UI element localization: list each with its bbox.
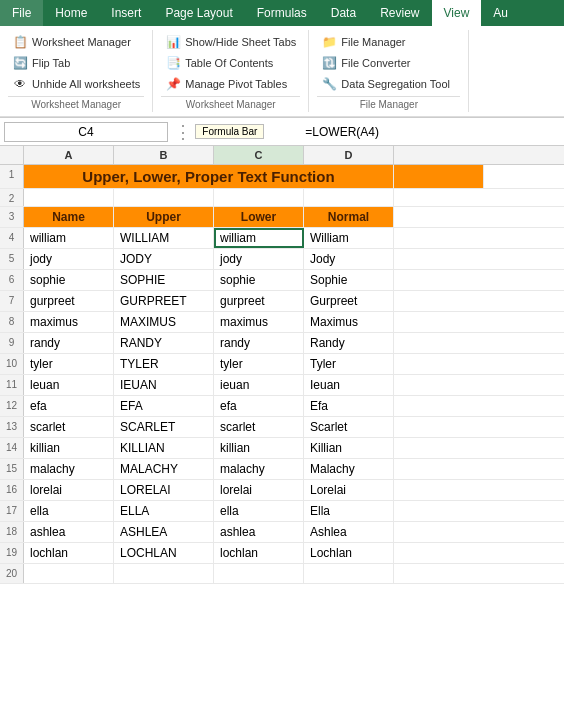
cell-8c[interactable]: maximus xyxy=(214,312,304,332)
cell-14d[interactable]: Killian xyxy=(304,438,394,458)
cell-18c[interactable]: ashlea xyxy=(214,522,304,542)
tab-file[interactable]: File xyxy=(0,0,43,26)
cell-4a[interactable]: william xyxy=(24,228,114,248)
unhide-all-button[interactable]: 👁 Unhide All worksheets xyxy=(8,74,144,94)
cell-10d[interactable]: Tyler xyxy=(304,354,394,374)
cell-8b[interactable]: MAXIMUS xyxy=(114,312,214,332)
file-manager-button[interactable]: 📁 File Manager xyxy=(317,32,460,52)
cell-19b[interactable]: LOCHLAN xyxy=(114,543,214,563)
cell-20c[interactable] xyxy=(214,564,304,583)
cell-5c[interactable]: jody xyxy=(214,249,304,269)
cell-13c[interactable]: scarlet xyxy=(214,417,304,437)
cell-2d[interactable] xyxy=(304,189,394,206)
tab-review[interactable]: Review xyxy=(368,0,431,26)
cell-4c[interactable]: william xyxy=(214,228,304,248)
cell-5b[interactable]: JODY xyxy=(114,249,214,269)
cell-19d[interactable]: Lochlan xyxy=(304,543,394,563)
cell-13a[interactable]: scarlet xyxy=(24,417,114,437)
row-6: 6sophieSOPHIEsophieSophie xyxy=(0,270,564,291)
tab-home[interactable]: Home xyxy=(43,0,99,26)
col-header-lower[interactable]: Lower xyxy=(214,207,304,227)
tab-formulas[interactable]: Formulas xyxy=(245,0,319,26)
cell-13b[interactable]: SCARLET xyxy=(114,417,214,437)
cell-11a[interactable]: leuan xyxy=(24,375,114,395)
cell-17b[interactable]: ELLA xyxy=(114,501,214,521)
cell-12a[interactable]: efa xyxy=(24,396,114,416)
cell-8a[interactable]: maximus xyxy=(24,312,114,332)
cell-11b[interactable]: IEUAN xyxy=(114,375,214,395)
cell-16a[interactable]: lorelai xyxy=(24,480,114,500)
cell-18d[interactable]: Ashlea xyxy=(304,522,394,542)
cell-18a[interactable]: ashlea xyxy=(24,522,114,542)
cell-reference-input[interactable] xyxy=(4,122,168,142)
cell-20a[interactable] xyxy=(24,564,114,583)
cell-7c[interactable]: gurpreet xyxy=(214,291,304,311)
cell-19c[interactable]: lochlan xyxy=(214,543,304,563)
cell-2c[interactable] xyxy=(214,189,304,206)
data-segregation-tool-button[interactable]: 🔧 Data Segregation Tool xyxy=(317,74,460,94)
row-14: 14killianKILLIANkillianKillian xyxy=(0,438,564,459)
cell-12d[interactable]: Efa xyxy=(304,396,394,416)
cell-16c[interactable]: lorelai xyxy=(214,480,304,500)
tab-view[interactable]: View xyxy=(432,0,482,26)
table-of-contents-button[interactable]: 📑 Table Of Contents xyxy=(161,53,300,73)
cell-14b[interactable]: KILLIAN xyxy=(114,438,214,458)
cell-2b[interactable] xyxy=(114,189,214,206)
cell-15a[interactable]: malachy xyxy=(24,459,114,479)
cell-8d[interactable]: Maximus xyxy=(304,312,394,332)
cell-15d[interactable]: Malachy xyxy=(304,459,394,479)
cell-18b[interactable]: ASHLEA xyxy=(114,522,214,542)
cell-9a[interactable]: randy xyxy=(24,333,114,353)
title-cell[interactable]: Upper, Lower, Proper Text Function xyxy=(24,165,394,188)
cell-20d[interactable] xyxy=(304,564,394,583)
file-converter-button[interactable]: 🔃 File Converter xyxy=(317,53,460,73)
cell-6c[interactable]: sophie xyxy=(214,270,304,290)
cell-20b[interactable] xyxy=(114,564,214,583)
cell-13d[interactable]: Scarlet xyxy=(304,417,394,437)
cell-12b[interactable]: EFA xyxy=(114,396,214,416)
cell-17a[interactable]: ella xyxy=(24,501,114,521)
ribbon-group-worksheet-mgr-1: 📋 Worksheet Manager 🔄 Flip Tab 👁 Unhide … xyxy=(0,30,153,112)
cell-17d[interactable]: Ella xyxy=(304,501,394,521)
col-header-upper[interactable]: Upper xyxy=(114,207,214,227)
tab-page-layout[interactable]: Page Layout xyxy=(153,0,244,26)
cell-9c[interactable]: randy xyxy=(214,333,304,353)
cell-14c[interactable]: killian xyxy=(214,438,304,458)
cell-11d[interactable]: Ieuan xyxy=(304,375,394,395)
cell-14a[interactable]: killian xyxy=(24,438,114,458)
cell-15c[interactable]: malachy xyxy=(214,459,304,479)
cell-19a[interactable]: lochlan xyxy=(24,543,114,563)
cell-9d[interactable]: Randy xyxy=(304,333,394,353)
cell-16b[interactable]: LORELAI xyxy=(114,480,214,500)
cell-10a[interactable]: tyler xyxy=(24,354,114,374)
col-header-normal[interactable]: Normal xyxy=(304,207,394,227)
cell-12c[interactable]: efa xyxy=(214,396,304,416)
cell-15b[interactable]: MALACHY xyxy=(114,459,214,479)
tab-data[interactable]: Data xyxy=(319,0,368,26)
cell-9b[interactable]: RANDY xyxy=(114,333,214,353)
cell-7d[interactable]: Gurpreet xyxy=(304,291,394,311)
cell-6d[interactable]: Sophie xyxy=(304,270,394,290)
cell-7b[interactable]: GURPREET xyxy=(114,291,214,311)
cell-4d[interactable]: William xyxy=(304,228,394,248)
worksheet-manager-button[interactable]: 📋 Worksheet Manager xyxy=(8,32,144,52)
manage-pivot-tables-button[interactable]: 📌 Manage Pivot Tables xyxy=(161,74,300,94)
cell-10c[interactable]: tyler xyxy=(214,354,304,374)
flip-tab-button[interactable]: 🔄 Flip Tab xyxy=(8,53,144,73)
cell-6a[interactable]: sophie xyxy=(24,270,114,290)
cell-17c[interactable]: ella xyxy=(214,501,304,521)
cell-7a[interactable]: gurpreet xyxy=(24,291,114,311)
cell-16d[interactable]: Lorelai xyxy=(304,480,394,500)
cell-11c[interactable]: ieuan xyxy=(214,375,304,395)
formula-input[interactable] xyxy=(245,125,560,139)
col-header-name[interactable]: Name xyxy=(24,207,114,227)
cell-10b[interactable]: TYLER xyxy=(114,354,214,374)
show-hide-tabs-button[interactable]: 📊 Show/Hide Sheet Tabs xyxy=(161,32,300,52)
cell-5d[interactable]: Jody xyxy=(304,249,394,269)
cell-5a[interactable]: jody xyxy=(24,249,114,269)
cell-6b[interactable]: SOPHIE xyxy=(114,270,214,290)
tab-insert[interactable]: Insert xyxy=(99,0,153,26)
tab-au[interactable]: Au xyxy=(481,0,520,26)
cell-2a[interactable] xyxy=(24,189,114,206)
cell-4b[interactable]: WILLIAM xyxy=(114,228,214,248)
